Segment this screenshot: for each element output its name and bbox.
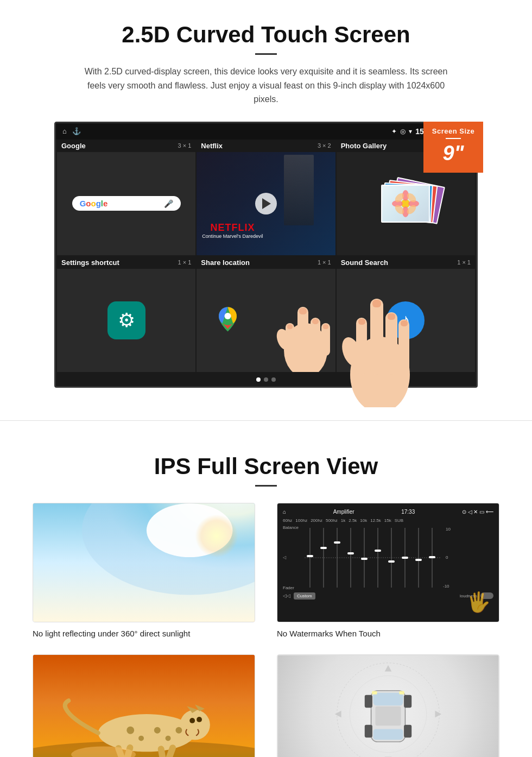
- feature-grid: No light reflecting under 360° direct su…: [33, 503, 499, 757]
- gmaps-icon: [213, 304, 243, 336]
- google-logo: Google: [80, 199, 108, 208]
- shareloc-app-name: Share location: [201, 258, 250, 267]
- amplifier-image: ⌂ Amplifier 17:33 ⊙ ◁ ✕ ▭ ⟵ 60hz 100hz 2…: [277, 503, 499, 622]
- amp-sliders-area: Balance ◁ Fader: [283, 525, 493, 590]
- netflix-figure: [284, 155, 314, 225]
- google-app-cell[interactable]: Google 🎤: [57, 152, 195, 255]
- netflix-app-size: 3 × 2: [318, 142, 331, 149]
- svg-point-63: [126, 727, 134, 734]
- sound-search-app-cell[interactable]: ♪: [337, 269, 475, 372]
- amp-label-0: 60hz: [283, 518, 292, 523]
- netflix-logo-text: NETFLIX: [202, 222, 263, 234]
- amp-label-4: 1k: [341, 518, 345, 523]
- svg-text:-10: -10: [443, 584, 449, 589]
- svg-rect-19: [287, 324, 293, 329]
- dot-1: [256, 377, 261, 382]
- amp-time: 17:33: [401, 509, 415, 515]
- netflix-sub-text: Continue Marvel's Daredevil: [202, 234, 263, 239]
- amp-back-btn: ◁◁: [283, 593, 290, 598]
- cheetah-visual: [33, 655, 255, 757]
- section-curved-screen: 2.5D Curved Touch Screen With 2.5D curve…: [0, 0, 532, 404]
- play-button[interactable]: [255, 193, 277, 215]
- photo-stack: [347, 163, 464, 244]
- netflix-logo-overlay: NETFLIX Continue Marvel's Daredevil: [202, 222, 263, 239]
- svg-point-61: [154, 727, 161, 734]
- section1-description: With 2.5D curved-display screen, this de…: [76, 65, 456, 106]
- svg-rect-83: [365, 695, 372, 708]
- pagination-dots: [56, 373, 476, 386]
- svg-rect-88: [399, 691, 404, 694]
- hand-svg: [270, 269, 341, 372]
- amp-label-3: 500hz: [326, 518, 338, 523]
- svg-rect-85: [365, 724, 372, 737]
- amp-bottom-controls: ◁◁ Custom loudness: [283, 592, 493, 600]
- svg-point-73: [197, 717, 202, 722]
- svg-rect-52: [415, 559, 422, 561]
- svg-rect-84: [404, 695, 411, 708]
- status-left-icons: ⌂ ⚓: [62, 127, 81, 135]
- wifi-icon: ▾: [409, 128, 412, 135]
- amp-label-7: 12.5k: [370, 518, 381, 523]
- mic-icon[interactable]: 🎤: [164, 199, 173, 208]
- section2-divider: [255, 485, 277, 487]
- amp-custom-btn[interactable]: Custom: [294, 592, 315, 600]
- home-icon[interactable]: ⌂: [62, 127, 67, 135]
- cheetah-image: [33, 654, 255, 757]
- flower-svg: [389, 187, 422, 220]
- amp-label-2: 200hz: [311, 518, 322, 523]
- settings-app-name: Settings shortcut: [61, 258, 119, 267]
- netflix-label-row: Netflix 3 × 2: [197, 140, 335, 152]
- feature-sunlight: No light reflecting under 360° direct su…: [33, 503, 255, 638]
- app-row1-cells: Google 🎤 NETFLIX Continue Marvel: [56, 152, 476, 256]
- amp-home-icon: ⌂: [283, 509, 286, 515]
- gear-icon: ⚙: [118, 309, 135, 332]
- photogallery-app-name: Photo Gallery: [341, 142, 387, 150]
- amp-label-5: 2.5k: [349, 518, 357, 523]
- amplifier-caption: No Watermarks When Touch: [277, 629, 499, 638]
- badge-title: Screen Size: [429, 127, 478, 135]
- settings-app-cell[interactable]: ⚙: [57, 269, 195, 372]
- google-search-bar[interactable]: Google 🎤: [72, 196, 181, 211]
- badge-size: 9": [429, 142, 478, 165]
- svg-point-65: [175, 727, 182, 734]
- amp-label-1: 100hz: [295, 518, 307, 523]
- svg-rect-87: [372, 691, 377, 694]
- share-location-app-cell[interactable]: [197, 269, 335, 372]
- status-bar: ⌂ ⚓ ✦ ◎ ▾ 15:06 ⊙ ◁ ✕ ▭: [56, 123, 476, 140]
- netflix-app-cell[interactable]: NETFLIX Continue Marvel's Daredevil: [197, 152, 335, 255]
- svg-rect-47: [347, 552, 354, 554]
- app-row2-labels: Settings shortcut 1 × 1 Share location 1…: [56, 256, 476, 269]
- svg-rect-79: [373, 729, 403, 740]
- amp-icons: ⊙ ◁ ✕ ▭ ⟵: [462, 509, 493, 515]
- svg-rect-80: [375, 706, 401, 726]
- cheetah-svg: [33, 655, 255, 757]
- amp-eq-svg: 10 0 -10: [302, 525, 465, 590]
- svg-point-62: [138, 735, 144, 741]
- svg-rect-16: [299, 308, 307, 314]
- feature-car: Large Viewing Angle: [277, 654, 499, 757]
- music-note-icon: ♪: [401, 310, 410, 331]
- android-screen: ⌂ ⚓ ✦ ◎ ▾ 15:06 ⊙ ◁ ✕ ▭ Google: [54, 122, 478, 388]
- shareloc-app-size: 1 × 1: [318, 259, 331, 266]
- photo-card-front: [381, 185, 430, 223]
- amp-freq-labels: 60hz 100hz 200hz 500hz 1k 2.5k 10k 12.5k…: [283, 518, 493, 523]
- gmaps-svg: [213, 304, 243, 334]
- soundsearch-app-size: 1 × 1: [457, 259, 471, 266]
- shareloc-label-row: Share location 1 × 1: [197, 256, 335, 269]
- svg-rect-48: [361, 558, 368, 560]
- svg-point-64: [166, 735, 171, 741]
- car-top-svg: [307, 654, 470, 757]
- netflix-app-name: Netflix: [201, 142, 223, 150]
- amp-title: Amplifier: [333, 509, 354, 515]
- amp-hand-icon: 🖐: [466, 591, 491, 614]
- svg-rect-17: [312, 319, 319, 324]
- svg-point-60: [180, 710, 210, 740]
- svg-rect-49: [375, 550, 381, 552]
- amp-balance-label: Balance: [283, 525, 299, 530]
- music-icon-container: ♪: [387, 301, 425, 339]
- section-ips-screen: IPS Full Screen View: [0, 437, 532, 757]
- sunlight-visual: [33, 503, 255, 622]
- feature-cheetah: Super Fast Response: [33, 654, 255, 757]
- amp-label-6: 10k: [360, 518, 367, 523]
- svg-point-9: [225, 313, 231, 319]
